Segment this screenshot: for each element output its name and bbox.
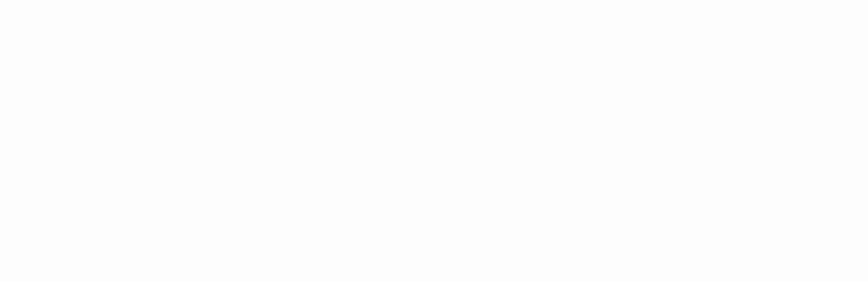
diff-editor-screenshot (0, 0, 868, 281)
